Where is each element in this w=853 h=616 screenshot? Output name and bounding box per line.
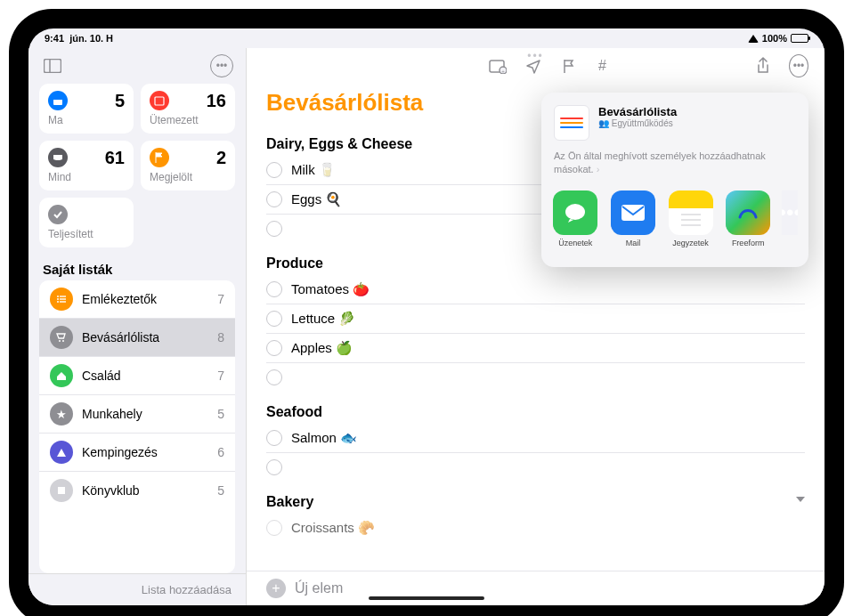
checkbox[interactable]: [266, 459, 282, 475]
reminder-item[interactable]: Croissants 🥐: [266, 514, 805, 542]
messages-icon: [553, 190, 597, 235]
reminder-item[interactable]: Tomatoes 🍅: [266, 275, 805, 304]
empty-item[interactable]: [266, 363, 805, 392]
checkbox[interactable]: [266, 162, 282, 178]
app-label: Jegyzetek: [672, 239, 709, 247]
reminder-item[interactable]: Salmon 🐟: [266, 424, 805, 453]
battery-pct: 100%: [762, 33, 787, 44]
section-heading: Seafood: [266, 404, 805, 420]
status-time: 9:41: [45, 33, 64, 44]
new-reminder-template-button[interactable]: +: [488, 56, 508, 76]
home-indicator[interactable]: [369, 596, 484, 600]
list-row-reminders[interactable]: Emlékeztetők 7: [39, 280, 235, 319]
star-icon: ★: [50, 402, 73, 426]
more-options-button[interactable]: •••: [208, 53, 235, 79]
all-count: 61: [105, 148, 125, 168]
share-subtitle: 👥 Együttműködés: [598, 118, 677, 128]
checkbox[interactable]: [266, 281, 282, 297]
share-app-notes[interactable]: Jegyzetek: [667, 190, 714, 247]
list-row-camping[interactable]: Kempingezés 6: [39, 434, 235, 472]
screen: 9:41 jún. 10. H 100% •••: [28, 28, 825, 605]
list-count: 7: [217, 369, 224, 383]
smart-card-flagged[interactable]: 2 Megjelölt: [141, 141, 235, 190]
share-popover: Bevásárlólista 👥 Együttműködés Az Ön ált…: [541, 93, 808, 267]
my-lists: Emlékeztetők 7 Bevásárlólista 8: [39, 280, 235, 573]
svg-rect-9: [60, 298, 66, 299]
share-app-freeform[interactable]: Freeform: [725, 190, 772, 247]
pill-handle-icon[interactable]: •••: [527, 50, 544, 62]
device-frame: 9:41 jún. 10. H 100% •••: [9, 9, 844, 616]
list-row-family[interactable]: Család 7: [39, 357, 235, 395]
freeform-icon: [726, 190, 770, 235]
checkbox[interactable]: [266, 311, 282, 327]
checkbox[interactable]: [266, 369, 282, 385]
checkbox[interactable]: [266, 520, 282, 536]
checkbox[interactable]: [266, 430, 282, 446]
sidebar-toggle-button[interactable]: [39, 53, 66, 79]
checkbox[interactable]: [266, 221, 282, 237]
smart-card-completed[interactable]: Teljesített: [39, 198, 134, 247]
my-lists-heading: Saját listák: [28, 253, 246, 280]
flag-button[interactable]: [559, 56, 579, 76]
share-permissions-info[interactable]: Az Ön által meghívott személyek hozzáadh…: [541, 148, 808, 187]
svg-point-17: [565, 204, 585, 220]
status-right: 100%: [748, 33, 808, 44]
list-count: 6: [217, 445, 224, 459]
reminder-item[interactable]: Lettuce 🥬: [266, 304, 805, 334]
share-title: Bevásárlólista: [598, 105, 677, 118]
checkmark-icon: [48, 205, 68, 224]
new-item-label: Új elem: [295, 580, 343, 596]
share-button[interactable]: [753, 56, 773, 76]
svg-point-5: [57, 296, 59, 297]
list-count: 7: [217, 292, 224, 306]
status-left: 9:41 jún. 10. H: [45, 33, 113, 44]
list-name: Emlékeztetők: [82, 292, 208, 306]
list-name: Bevásárlólista: [82, 330, 208, 344]
cart-icon: [50, 326, 73, 349]
notes-icon: [669, 190, 713, 235]
add-list-button[interactable]: Lista hozzáadása: [28, 573, 246, 605]
list-row-bookclub[interactable]: Könyvklub 5: [39, 472, 235, 509]
reminder-item[interactable]: Apples 🍏: [266, 334, 805, 363]
book-icon: [50, 479, 73, 502]
smart-card-all[interactable]: 61 Mind: [39, 141, 134, 190]
share-app-more[interactable]: •••: [782, 190, 798, 247]
list-count: 5: [217, 483, 224, 498]
share-apps-row: Üzenetek Mail Jegyzetek: [541, 187, 808, 251]
list-count: 8: [217, 330, 224, 344]
reminder-text: Salmon 🐟: [291, 430, 805, 446]
ellipsis-icon: •••: [789, 54, 808, 77]
tag-button[interactable]: #: [595, 56, 614, 76]
svg-rect-0: [45, 60, 61, 73]
smart-card-scheduled[interactable]: 16 Ütemezett: [141, 84, 235, 134]
flag-icon: [150, 148, 169, 167]
list-row-work[interactable]: ★ Munkahely 5: [39, 395, 235, 434]
checkbox[interactable]: [266, 191, 282, 207]
list-bullet-icon: [50, 288, 73, 311]
status-bar: 9:41 jún. 10. H 100%: [28, 28, 825, 48]
list-name: Munkahely: [82, 407, 208, 421]
new-item-button[interactable]: + Új elem: [247, 571, 825, 605]
share-app-mail[interactable]: Mail: [610, 190, 657, 247]
list-name: Család: [82, 369, 208, 383]
calendar-icon: [48, 91, 68, 110]
chevron-down-icon[interactable]: [796, 497, 805, 502]
app-label: Üzenetek: [558, 239, 592, 247]
empty-item[interactable]: [266, 453, 805, 482]
plus-icon: +: [266, 579, 286, 598]
list-row-shopping[interactable]: Bevásárlólista 8: [39, 319, 235, 357]
more-button[interactable]: •••: [789, 56, 808, 76]
share-app-messages[interactable]: Üzenetek: [552, 190, 599, 247]
scheduled-count: 16: [207, 91, 226, 111]
section-bakery: Bakery Croissants 🥐: [247, 482, 825, 542]
flagged-label: Megjelölt: [150, 171, 226, 183]
people-icon: 👥: [598, 118, 609, 128]
status-date: jún. 10. H: [69, 33, 113, 44]
tent-icon: [50, 441, 73, 464]
house-icon: [50, 364, 73, 387]
checkbox[interactable]: [266, 340, 282, 356]
svg-text:+: +: [501, 69, 505, 74]
smart-card-today[interactable]: 5 Ma: [39, 84, 134, 134]
svg-point-11: [59, 340, 61, 342]
all-label: Mind: [48, 171, 125, 183]
